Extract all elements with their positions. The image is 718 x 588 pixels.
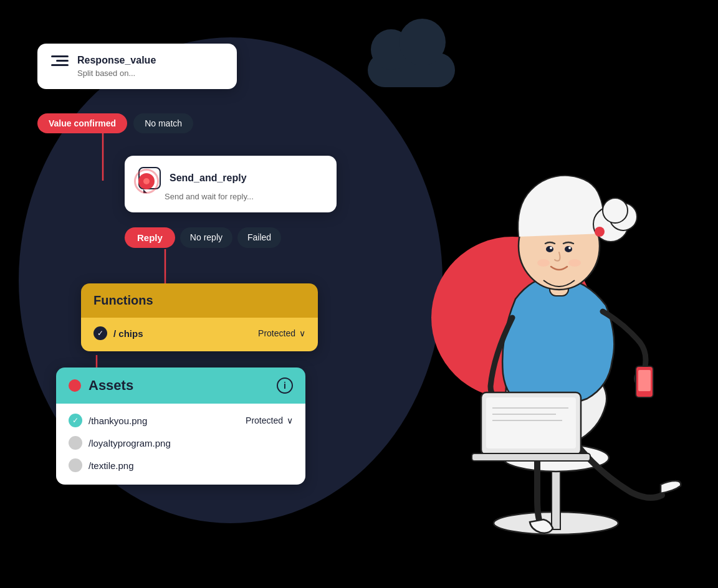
person-illustration	[394, 125, 693, 548]
functions-title: Functions	[93, 293, 305, 308]
response-tag-row: Value confirmed No match	[37, 113, 193, 133]
function-protected-label: Protected ∨	[258, 328, 305, 338]
no-match-tag[interactable]: No match	[133, 113, 193, 133]
asset-row-3: /textile.png	[69, 458, 293, 472]
split-icon	[51, 55, 69, 66]
svg-point-26	[537, 259, 550, 267]
cloud-decoration	[361, 31, 461, 87]
functions-card: Functions ✓ / chips Protected ∨	[81, 283, 318, 351]
value-confirmed-tag[interactable]: Value confirmed	[37, 113, 127, 133]
svg-rect-9	[638, 370, 651, 391]
failed-tag[interactable]: Failed	[237, 227, 281, 248]
response-card-subtitle: Split based on...	[77, 69, 223, 78]
info-icon[interactable]: i	[277, 377, 293, 394]
asset-name-2: /loyaltyprogram.png	[89, 438, 171, 448]
asset-check-1: ✓	[69, 414, 82, 427]
check-icon: ✓	[93, 326, 107, 340]
svg-point-20	[603, 198, 628, 223]
chevron-down-icon: ∨	[299, 328, 305, 338]
svg-rect-11	[486, 397, 576, 448]
assets-card: Assets i ✓ /thankyou.png Protected ∨	[56, 368, 305, 485]
asset-dot-red	[69, 379, 81, 392]
svg-rect-15	[472, 453, 590, 461]
asset-dot-3	[69, 458, 82, 472]
reply-tag[interactable]: Reply	[125, 227, 175, 248]
chevron-down-icon: ∨	[287, 415, 293, 425]
svg-point-23	[550, 247, 552, 249]
svg-point-21	[595, 227, 605, 237]
send-card-subtitle: Send and wait for reply...	[165, 192, 323, 201]
asset-name-1: /thankyou.png	[89, 415, 147, 426]
no-reply-tag[interactable]: No reply	[180, 227, 232, 248]
response-value-card: Response_value Split based on...	[37, 44, 237, 89]
svg-point-25	[568, 247, 571, 249]
svg-point-22	[546, 246, 553, 252]
asset-dot-2	[69, 436, 82, 450]
svg-point-27	[568, 259, 581, 267]
scene: Response_value Split based on... Value c…	[0, 0, 718, 588]
person-svg	[394, 125, 693, 548]
asset-row-1: ✓ /thankyou.png Protected ∨	[69, 414, 293, 427]
asset-row-2: /loyaltyprogram.png	[69, 436, 293, 450]
asset-protected-1: Protected ∨	[246, 415, 293, 425]
function-item-name: / chips	[113, 328, 143, 339]
svg-point-24	[565, 246, 572, 252]
pulse-indicator	[138, 173, 155, 189]
response-card-title: Response_value	[77, 55, 156, 66]
send-card-title: Send_and_reply	[170, 173, 247, 184]
assets-title: Assets	[89, 377, 133, 394]
asset-name-3: /textile.png	[89, 460, 134, 471]
reply-tag-row: Reply No reply Failed	[125, 227, 281, 248]
